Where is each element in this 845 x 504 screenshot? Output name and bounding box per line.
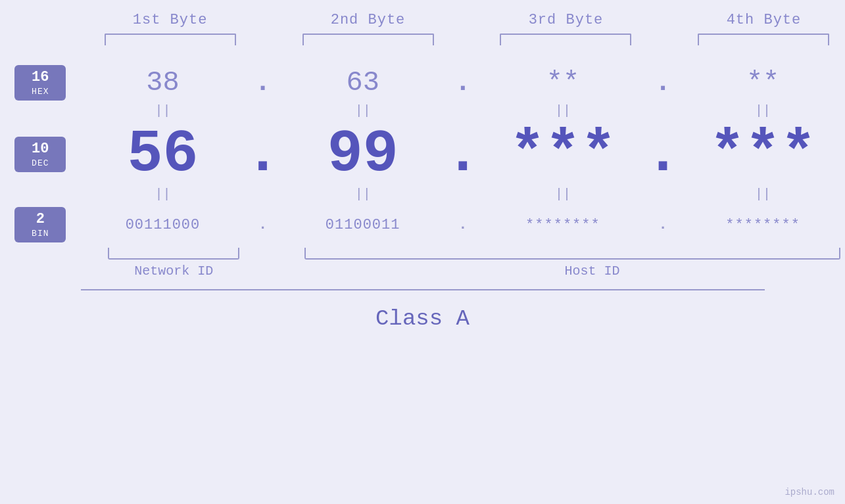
id-labels-row: Network ID Host ID xyxy=(0,263,845,279)
bin-badge-number: 2 xyxy=(36,211,45,228)
dec-row: 10 DEC 56 . 99 . *** . *** xyxy=(0,125,845,184)
equals-2-b4: || xyxy=(681,187,845,202)
equals-1-b1: || xyxy=(81,103,245,118)
hex-b2: 63 xyxy=(281,67,445,99)
dec-b1: 56 xyxy=(81,125,245,184)
dec-b4: *** xyxy=(681,125,845,184)
dec-dot1: . xyxy=(245,125,280,184)
hex-dot3: . xyxy=(645,67,681,99)
hostid-bracket-bottom xyxy=(304,248,840,260)
equals-2-b2: || xyxy=(281,187,445,202)
byte2-col-header: 2nd Byte xyxy=(287,12,449,45)
dec-dot1-char: . xyxy=(245,125,281,184)
bin-b2: 01100011 xyxy=(281,217,445,233)
dec-dot3: . xyxy=(645,125,681,184)
hex-b4: ** xyxy=(681,67,845,99)
hostid-bracket-col xyxy=(300,248,845,260)
equals-1-b3: || xyxy=(481,103,645,118)
bin-dot2-char: . xyxy=(458,217,467,233)
hex-b1-value: 38 xyxy=(146,67,179,99)
network-id-label-cell: Network ID xyxy=(86,263,262,279)
bottom-brackets xyxy=(0,248,845,260)
bin-dot2: . xyxy=(445,217,481,233)
netid-bracket-bottom xyxy=(108,248,239,260)
bin-b1-value: 00111000 xyxy=(126,217,201,233)
byte4-bracket-top xyxy=(698,34,829,45)
bin-b4-value: ******** xyxy=(725,217,800,233)
bin-row: 2 BIN 00111000 . 01100011 . ******** . *… xyxy=(0,207,845,242)
byte1-col-header: 1st Byte xyxy=(89,12,251,45)
hex-badge-number: 16 xyxy=(32,69,49,86)
dec-b1-value: 56 xyxy=(127,125,198,184)
main-container: 1st Byte 2nd Byte 3rd Byte 4th Byte 16 H… xyxy=(0,0,845,504)
dec-badge: 10 DEC xyxy=(14,137,66,172)
byte4-label: 4th Byte xyxy=(727,12,802,28)
byte2-bracket-top xyxy=(302,34,434,45)
dec-dot2: . xyxy=(445,125,481,184)
hex-b1: 38 xyxy=(81,67,245,99)
dec-dot3-char: . xyxy=(645,125,681,184)
bin-b3: ******** xyxy=(481,217,645,233)
dec-b4-value: *** xyxy=(710,125,816,184)
hex-badge: 16 HEX xyxy=(14,65,66,101)
equals-1-b2: || xyxy=(281,103,445,118)
equals-2-b1: || xyxy=(81,187,245,202)
dec-badge-number: 10 xyxy=(32,141,49,158)
hex-b3: ** xyxy=(481,67,645,99)
hex-row: 16 HEX 38 . 63 . ** . ** xyxy=(0,65,845,101)
bin-b1: 00111000 xyxy=(81,217,245,233)
equals-row-1: || || || || xyxy=(0,103,845,118)
bin-dot3: . xyxy=(645,217,681,233)
dec-badge-cell: 10 DEC xyxy=(0,137,81,172)
dec-b2-value: 99 xyxy=(327,125,398,184)
network-id-label: Network ID xyxy=(134,263,213,279)
hex-dot1: . xyxy=(245,67,280,99)
bin-badge: 2 BIN xyxy=(14,207,66,242)
bin-b4: ******** xyxy=(681,217,845,233)
equals-row-2: || || || || xyxy=(0,187,845,202)
byte1-bracket-top xyxy=(105,34,236,45)
byte3-bracket-top xyxy=(500,34,631,45)
class-bracket-line xyxy=(81,289,765,290)
dec-badge-label: DEC xyxy=(32,158,49,168)
hex-b4-value: ** xyxy=(746,67,779,99)
hex-dot3-char: . xyxy=(654,67,671,99)
bin-b3-value: ******** xyxy=(525,217,600,233)
bin-dot1-char: . xyxy=(258,217,267,233)
hex-badge-cell: 16 HEX xyxy=(0,65,81,101)
class-label: Class A xyxy=(375,306,470,331)
byte3-label: 3rd Byte xyxy=(529,12,604,28)
hex-b2-value: 63 xyxy=(346,67,379,99)
dec-b3-value: *** xyxy=(510,125,616,184)
byte2-label: 2nd Byte xyxy=(331,12,406,28)
bin-dot3-char: . xyxy=(658,217,667,233)
hex-b3-value: ** xyxy=(546,67,579,99)
host-id-label-cell: Host ID xyxy=(300,263,845,279)
byte1-label: 1st Byte xyxy=(133,12,208,28)
watermark: ipshu.com xyxy=(785,487,834,497)
bin-badge-label: BIN xyxy=(32,229,49,239)
hex-dot2: . xyxy=(445,67,481,99)
hex-dot2-char: . xyxy=(454,67,471,99)
equals-2-b3: || xyxy=(481,187,645,202)
netid-bracket-col xyxy=(86,248,262,260)
host-id-label: Host ID xyxy=(564,263,619,279)
byte-header-row: 1st Byte 2nd Byte 3rd Byte 4th Byte xyxy=(0,12,845,45)
hex-dot1-char: . xyxy=(254,67,271,99)
byte3-col-header: 3rd Byte xyxy=(485,12,647,45)
class-row: Class A xyxy=(0,300,845,331)
bin-b2-value: 01100011 xyxy=(326,217,400,233)
dec-b2: 99 xyxy=(281,125,445,184)
byte4-col-header: 4th Byte xyxy=(683,12,845,45)
bin-dot1: . xyxy=(245,217,280,233)
dec-b3: *** xyxy=(481,125,645,184)
bin-badge-cell: 2 BIN xyxy=(0,207,81,242)
hex-badge-label: HEX xyxy=(32,87,49,97)
dec-dot2-char: . xyxy=(445,125,481,184)
equals-1-b4: || xyxy=(681,103,845,118)
